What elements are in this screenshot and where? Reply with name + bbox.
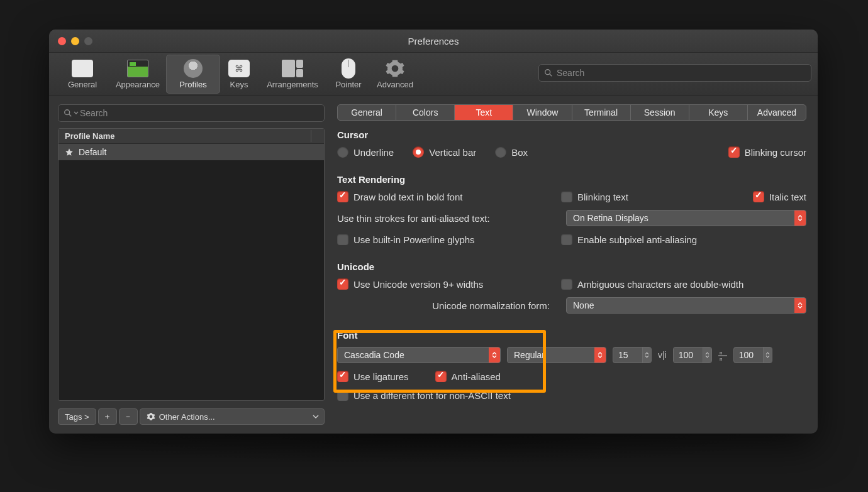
- toolbar-profiles[interactable]: Profiles: [166, 55, 220, 94]
- close-icon[interactable]: [58, 37, 66, 45]
- thin-strokes-dropdown[interactable]: On Retina Displays: [566, 210, 806, 226]
- cursor-box-radio[interactable]: Box: [495, 146, 528, 158]
- tab-window[interactable]: Window: [513, 105, 572, 120]
- toolbar-keys-label: Keys: [230, 80, 248, 89]
- cursor-underline-radio[interactable]: Underline: [337, 146, 394, 158]
- gear-icon: [147, 412, 155, 421]
- bold-font-checkbox[interactable]: Draw bold text in bold font: [337, 191, 462, 202]
- minus-icon: －: [124, 411, 132, 422]
- other-actions-button[interactable]: Other Actions...: [140, 408, 325, 425]
- ligatures-checkbox[interactable]: Use ligatures: [337, 371, 409, 382]
- ambiguous-width-checkbox[interactable]: Ambiguous characters are double-width: [561, 278, 743, 290]
- toolbar-appearance-label: Appearance: [116, 80, 160, 89]
- toolbar-advanced-label: Advanced: [377, 80, 413, 89]
- stepper-arrows-icon: [642, 347, 651, 363]
- updown-icon: [794, 210, 806, 226]
- blinking-text-checkbox[interactable]: Blinking text: [561, 191, 628, 202]
- tags-button[interactable]: Tags >: [58, 408, 96, 425]
- other-actions-label: Other Actions...: [159, 412, 215, 422]
- profile-header-label: Profile Name: [65, 131, 114, 141]
- blinking-cursor-checkbox[interactable]: Blinking cursor: [728, 146, 806, 158]
- profiles-sidebar: Profile Name Default Tags > ＋ － Other Ac…: [49, 96, 333, 434]
- font-size-stepper[interactable]: 15: [613, 347, 652, 363]
- window-title: Preferences: [49, 36, 818, 46]
- svg-line-3: [69, 114, 72, 117]
- toolbar-pointer[interactable]: Pointer: [328, 55, 369, 94]
- plus-icon: ＋: [103, 411, 111, 422]
- profile-subtabs: General Colors Text Window Terminal Sess…: [337, 104, 806, 121]
- toolbar-advanced[interactable]: Advanced: [370, 55, 420, 94]
- toolbar-general[interactable]: General: [55, 55, 109, 94]
- tab-terminal[interactable]: Terminal: [572, 105, 631, 120]
- tab-session[interactable]: Session: [631, 105, 689, 120]
- gear-icon: [385, 58, 405, 79]
- tab-text[interactable]: Text: [455, 105, 513, 120]
- antialiased-checkbox[interactable]: Anti-aliased: [435, 371, 501, 382]
- font-family-dropdown[interactable]: Cascadia Code: [337, 347, 501, 363]
- subpixel-checkbox[interactable]: Enable subpixel anti-aliasing: [561, 234, 697, 245]
- preferences-window: Preferences General Appearance Profiles …: [49, 30, 818, 434]
- tab-advanced2[interactable]: Advanced: [748, 105, 806, 120]
- zoom-icon[interactable]: [84, 37, 92, 45]
- toolbar-search[interactable]: [538, 64, 811, 82]
- chevron-down-icon: [74, 111, 79, 116]
- updown-icon: [794, 298, 806, 313]
- svg-text:n: n: [720, 356, 722, 361]
- profile-list-header[interactable]: Profile Name: [58, 129, 324, 144]
- chevron-down-icon: [313, 413, 319, 420]
- toolbar-search-input[interactable]: [557, 68, 806, 78]
- toolbar-profiles-label: Profiles: [179, 80, 206, 89]
- font-section-title: Font: [337, 330, 806, 341]
- stepper-arrows-icon: [703, 347, 711, 363]
- font-weight-value: Regular: [514, 350, 545, 360]
- cursor-vertical-bar-radio[interactable]: Vertical bar: [413, 146, 476, 158]
- profile-search[interactable]: [58, 104, 325, 122]
- tab-keys2[interactable]: Keys: [689, 105, 748, 120]
- hspace-stepper[interactable]: 100: [673, 347, 712, 363]
- vspace-stepper[interactable]: 100: [733, 347, 772, 363]
- svg-point-2: [65, 110, 70, 115]
- toolbar-arrangements[interactable]: Arrangements: [258, 55, 327, 94]
- profile-search-input[interactable]: [80, 108, 319, 118]
- font-size-value: 15: [618, 350, 628, 360]
- minimize-icon[interactable]: [71, 37, 79, 45]
- updown-icon: [594, 347, 606, 363]
- powerline-checkbox[interactable]: Use built-in Powerline glyphs: [337, 234, 475, 245]
- toolbar: General Appearance Profiles ⌘ Keys Arran…: [49, 53, 818, 96]
- updown-icon: [489, 347, 500, 363]
- unicode-section-title: Unicode: [337, 261, 806, 272]
- search-icon: [64, 109, 72, 118]
- italic-text-checkbox[interactable]: Italic text: [753, 191, 806, 202]
- remove-profile-button[interactable]: －: [119, 408, 138, 425]
- vspace-icon: nn: [718, 349, 727, 361]
- cursor-section-title: Cursor: [337, 129, 806, 140]
- titlebar: Preferences: [49, 30, 818, 53]
- stepper-arrows-icon: [763, 347, 772, 363]
- font-weight-dropdown[interactable]: Regular: [507, 347, 606, 363]
- hspace-value: 100: [679, 350, 693, 360]
- profile-settings-panel: General Colors Text Window Terminal Sess…: [333, 96, 818, 434]
- toolbar-general-label: General: [68, 80, 97, 89]
- toolbar-keys[interactable]: ⌘ Keys: [221, 55, 257, 94]
- tab-general[interactable]: General: [338, 105, 396, 120]
- unicode-norm-label: Unicode normalization form:: [432, 300, 550, 311]
- thin-strokes-label: Use thin strokes for anti-aliased text:: [337, 213, 490, 224]
- toolbar-appearance[interactable]: Appearance: [111, 55, 165, 94]
- profile-list: Profile Name Default: [58, 128, 325, 401]
- profile-row[interactable]: Default: [58, 144, 324, 160]
- add-profile-button[interactable]: ＋: [98, 408, 117, 425]
- unicode-norm-value: None: [573, 300, 594, 310]
- non-ascii-font-checkbox[interactable]: Use a different font for non-ASCII text: [337, 390, 511, 401]
- text-rendering-section-title: Text Rendering: [337, 174, 806, 185]
- toolbar-arrangements-label: Arrangements: [267, 80, 318, 89]
- svg-line-1: [550, 74, 552, 77]
- thin-strokes-value: On Retina Displays: [573, 213, 648, 223]
- unicode-v9-checkbox[interactable]: Use Unicode version 9+ widths: [337, 278, 483, 290]
- vspace-value: 100: [739, 350, 754, 360]
- svg-point-0: [545, 70, 550, 75]
- tab-colors[interactable]: Colors: [396, 105, 455, 120]
- unicode-norm-dropdown[interactable]: None: [566, 297, 806, 314]
- tags-label: Tags >: [65, 412, 89, 422]
- svg-text:n: n: [720, 350, 722, 356]
- hspace-icon: v|i: [658, 350, 667, 360]
